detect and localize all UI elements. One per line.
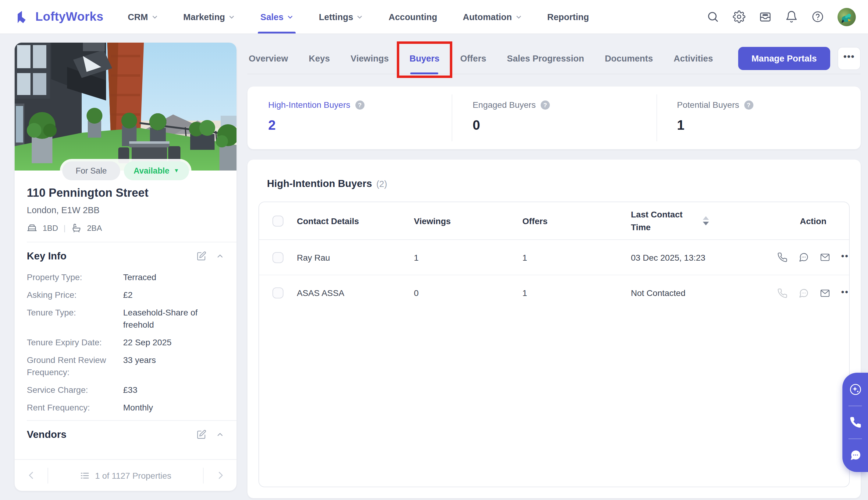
- property-photo[interactable]: [15, 43, 236, 171]
- table-row[interactable]: Ray Rau 1 1 03 Dec 2025, 13:23 •••: [259, 240, 849, 275]
- help-icon[interactable]: [811, 10, 824, 23]
- for-sale-tag: For Sale: [62, 161, 120, 180]
- key-info-row: Property Type:Terraced: [27, 271, 224, 283]
- next-property-button[interactable]: [203, 460, 236, 491]
- bell-icon[interactable]: [785, 10, 798, 23]
- row-actions: •••: [777, 286, 850, 299]
- nav-item-accounting[interactable]: Accounting: [389, 0, 437, 34]
- col-viewings: Viewings: [414, 216, 522, 226]
- user-avatar[interactable]: [837, 8, 856, 26]
- row-more-icon[interactable]: •••: [841, 251, 850, 264]
- sort-control[interactable]: [703, 216, 709, 225]
- nav-item-crm[interactable]: CRM: [128, 0, 158, 34]
- nav-item-reporting[interactable]: Reporting: [547, 0, 589, 34]
- tab-overview[interactable]: Overview: [249, 43, 288, 74]
- brand-name: LoftyWorks: [35, 10, 103, 24]
- help-icon[interactable]: ?: [355, 100, 364, 109]
- collapse-chevron-icon[interactable]: [216, 252, 224, 260]
- select-all-checkbox[interactable]: [272, 215, 283, 226]
- phone-icon[interactable]: [777, 252, 788, 262]
- more-options-button[interactable]: •••: [837, 47, 861, 70]
- phone-icon: [777, 288, 788, 298]
- key-info-row: Tenure Type:Leasehold-Share of freehold: [27, 306, 224, 331]
- edit-icon[interactable]: [196, 251, 207, 261]
- last-contact-time: Not Contacted: [631, 288, 777, 298]
- nav-item-automation[interactable]: Automation: [463, 0, 522, 34]
- buyer-name[interactable]: Ray Rau: [297, 252, 414, 262]
- chat-icon[interactable]: [849, 449, 861, 462]
- nav-item-lettings[interactable]: Lettings: [319, 0, 363, 34]
- search-icon[interactable]: [706, 10, 719, 23]
- mail-icon[interactable]: [820, 252, 830, 262]
- collapse-chevron-icon[interactable]: [216, 430, 224, 439]
- chevron-down-icon: [152, 14, 158, 20]
- key-info-row: Tenure Expiry Date:22 Sep 2025: [27, 336, 224, 348]
- stat-value: 1: [677, 117, 861, 133]
- list-icon: [80, 470, 90, 480]
- chat-icon[interactable]: [799, 252, 809, 262]
- property-address: 110 Pennington Street: [27, 186, 224, 200]
- bath-icon: [71, 223, 81, 233]
- sparkle-ai-icon[interactable]: [849, 383, 861, 396]
- main-panel: Overview Keys Viewings Buyers Offers Sal…: [247, 43, 868, 498]
- rooftop-terrace-image: [15, 43, 236, 171]
- tab-activities[interactable]: Activities: [674, 43, 713, 74]
- key-info-row: Asking Price:£2: [27, 289, 224, 301]
- row-more-icon[interactable]: •••: [841, 286, 850, 299]
- prev-property-button[interactable]: [15, 460, 47, 491]
- ellipsis-icon: •••: [843, 51, 855, 61]
- key-info-section: Key Info Property Type:Terraced Asking P…: [15, 242, 236, 420]
- row-checkbox[interactable]: [272, 287, 283, 298]
- tab-keys[interactable]: Keys: [309, 43, 330, 74]
- availability-dropdown[interactable]: Available ▼: [124, 161, 189, 180]
- phone-icon[interactable]: [849, 416, 861, 429]
- table-row[interactable]: ASAS ASSA 0 1 Not Contacted •••: [259, 275, 849, 310]
- pagination-label: 1 of 1127 Properties: [95, 470, 171, 480]
- tab-offers[interactable]: Offers: [460, 43, 486, 74]
- tab-sales-progression[interactable]: Sales Progression: [507, 43, 584, 74]
- stat-engaged-buyers: Engaged Buyers ? 0: [452, 87, 656, 149]
- table-header-row: Contact Details Viewings Offers Last Con…: [259, 202, 849, 240]
- stat-potential-buyers: Potential Buyers ? 1: [656, 87, 861, 149]
- gear-icon[interactable]: [733, 10, 745, 23]
- status-pills: For Sale Available ▼: [60, 159, 191, 183]
- top-nav: LoftyWorks CRM Marketing Sales Lettings …: [0, 0, 868, 34]
- offers-count: 1: [522, 252, 631, 262]
- tab-viewings[interactable]: Viewings: [350, 43, 389, 74]
- key-info-row: Ground Rent Review Frequency:33 years: [27, 354, 224, 378]
- nav-item-marketing[interactable]: Marketing: [183, 0, 235, 34]
- viewings-count: 0: [414, 288, 522, 298]
- availability-label: Available: [133, 166, 169, 175]
- help-icon[interactable]: ?: [541, 100, 550, 109]
- tab-actions: Manage Portals •••: [738, 47, 861, 70]
- buyers-table: Contact Details Viewings Offers Last Con…: [258, 202, 850, 487]
- nav-item-sales[interactable]: Sales: [260, 0, 293, 34]
- vendors-section: Vendors: [15, 421, 236, 447]
- table-title-row: High-Intention Buyers (2): [258, 171, 850, 202]
- table-title: High-Intention Buyers: [267, 178, 372, 190]
- chevron-right-icon: [215, 471, 225, 480]
- buyer-name[interactable]: ASAS ASSA: [297, 288, 414, 298]
- property-list-toggle[interactable]: 1 of 1127 Properties: [48, 470, 203, 480]
- chevron-down-icon: [357, 14, 363, 20]
- brand-logo[interactable]: LoftyWorks: [16, 9, 103, 24]
- last-contact-time: 03 Dec 2025, 13:23: [631, 252, 777, 262]
- row-checkbox[interactable]: [272, 252, 283, 263]
- mail-icon[interactable]: [820, 288, 830, 298]
- key-info-list: Property Type:Terraced Asking Price:£2 T…: [27, 271, 224, 413]
- inbox-icon[interactable]: [759, 10, 772, 23]
- manage-portals-button[interactable]: Manage Portals: [738, 47, 830, 70]
- property-pagination: 1 of 1127 Properties: [15, 459, 236, 491]
- chevron-down-icon: [287, 14, 293, 20]
- stat-label: Engaged Buyers: [473, 100, 536, 110]
- col-last-contact-time: Last Contact Time: [631, 208, 777, 233]
- stat-value: 2: [268, 117, 452, 133]
- edit-icon[interactable]: [196, 429, 207, 440]
- tab-buyers[interactable]: Buyers: [410, 43, 439, 74]
- help-icon[interactable]: ?: [744, 100, 753, 109]
- main-menu: CRM Marketing Sales Lettings Accounting …: [128, 0, 589, 34]
- chevron-down-icon: [229, 14, 235, 20]
- baths-value: 2BA: [87, 224, 102, 232]
- tab-documents[interactable]: Documents: [605, 43, 653, 74]
- key-info-title: Key Info: [27, 250, 66, 262]
